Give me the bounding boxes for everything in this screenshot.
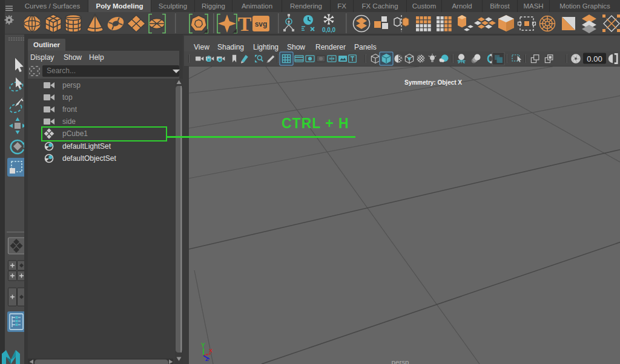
svg-text:T: T bbox=[238, 13, 252, 34]
svg-text:persp: persp bbox=[392, 359, 409, 364]
svg-text:X: X bbox=[209, 348, 213, 354]
svg-text:svg: svg bbox=[255, 20, 268, 28]
svg-text:0,0,0: 0,0,0 bbox=[322, 27, 336, 33]
svg-text:Y: Y bbox=[201, 342, 205, 349]
svg-text:Z: Z bbox=[205, 356, 209, 362]
svg-text:0.00: 0.00 bbox=[587, 54, 602, 63]
